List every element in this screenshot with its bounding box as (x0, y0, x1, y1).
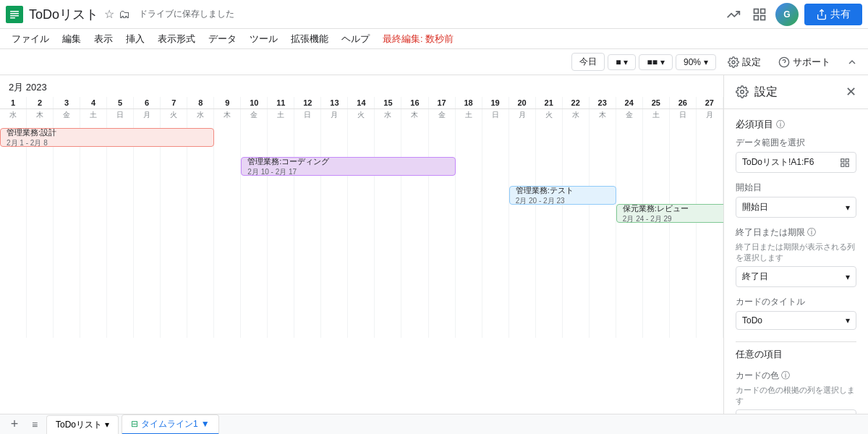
day-label-17: 金 (429, 109, 456, 121)
svg-rect-17 (846, 163, 848, 166)
settings-gear-icon (736, 85, 749, 98)
card-color-select[interactable]: ToDo ▾ (736, 409, 856, 414)
month-header: 2月 2023 (0, 75, 723, 97)
day-label-10: 金 (241, 109, 268, 121)
calendar-area[interactable]: 2月 2023 12345678910111213141516171819202… (0, 75, 723, 414)
bottom-bar: + ≡ ToDoリスト ▾ ⊟ タイムライン1 ▼ (0, 414, 868, 434)
end-date-info-icon[interactable]: ⓘ (807, 227, 816, 237)
sheet-tab-todo[interactable]: ToDoリスト ▾ (46, 415, 119, 434)
view-label: ■■ (647, 57, 658, 67)
gantt-col-17 (429, 121, 456, 338)
end-date-note: 終了日または期限が表示される列を選択します (736, 242, 856, 263)
day-label-8: 水 (187, 109, 214, 121)
grid-icon-btn[interactable] (749, 4, 770, 25)
end-date-value: 終了日 (742, 271, 768, 283)
view-arrow: ▾ (660, 57, 665, 67)
sheet-tab-timeline[interactable]: ⊟ タイムライン1 ▼ (122, 414, 219, 435)
gantt-bar-3[interactable]: 保元業務:レビュー 2月 24 - 2月 29 (616, 204, 723, 223)
menu-view[interactable]: 表示 (88, 30, 119, 48)
gantt-col-18 (456, 121, 482, 338)
card-color-info-icon[interactable]: ⓘ (781, 370, 790, 380)
trending-icon-btn[interactable] (723, 4, 744, 25)
end-date-select[interactable]: 終了日 ▾ (736, 266, 856, 287)
share-button[interactable]: 共有 (804, 4, 862, 25)
zoom-selector[interactable]: ■ ▾ (608, 54, 636, 70)
sheet2-label: タイムライン1 (141, 418, 198, 430)
settings-toolbar-label: 設定 (742, 56, 761, 69)
settings-toolbar-btn[interactable]: 設定 (722, 54, 767, 70)
folder-icon[interactable]: 🗂 (119, 8, 130, 21)
day-num-24: 24 (616, 97, 643, 109)
bar-sublabel-2: 2月 20 - 2月 23 (516, 196, 574, 205)
support-toolbar-label: サポート (793, 56, 830, 69)
collapse-btn[interactable] (842, 52, 862, 72)
svg-rect-16 (841, 163, 844, 166)
gantt-col-21 (536, 121, 563, 338)
day-label-24: 金 (616, 109, 643, 121)
day-label-13: 月 (321, 109, 348, 121)
required-info-icon[interactable]: ⓘ (776, 119, 785, 131)
day-num-5: 5 (107, 97, 134, 109)
section-divider (736, 341, 856, 342)
gantt-col-24 (616, 121, 643, 338)
star-icon[interactable]: ☆ (104, 7, 114, 21)
day-label-6: 月 (134, 109, 161, 121)
settings-title: 設定 (754, 85, 778, 100)
menu-insert[interactable]: 挿入 (120, 30, 150, 48)
today-button[interactable]: 今日 (571, 53, 605, 71)
day-label-2: 木 (27, 109, 54, 121)
zoom-percent-selector[interactable]: 90% ▾ (676, 54, 716, 70)
grid-select-icon (840, 158, 850, 168)
start-date-select[interactable]: 開始日 ▾ (736, 197, 856, 218)
gantt-col-27 (697, 121, 723, 338)
gantt-bar-0[interactable]: 管理業務:設計 2月 1 - 2月 8 (0, 128, 214, 147)
gantt-col-26 (670, 121, 697, 338)
account-avatar[interactable]: G (775, 3, 799, 26)
gantt-col-7 (161, 121, 187, 338)
card-title-select[interactable]: ToDo ▾ (736, 311, 856, 330)
day-label-22: 水 (563, 109, 590, 121)
menu-help[interactable]: ヘルプ (336, 30, 375, 48)
gantt-col-23 (590, 121, 616, 338)
svg-rect-0 (9, 9, 20, 20)
settings-close-btn[interactable]: ✕ (846, 84, 856, 100)
settings-header: 設定 ✕ (724, 75, 868, 109)
sheet1-arrow: ▾ (105, 420, 109, 430)
main-container: 2月 2023 12345678910111213141516171819202… (0, 75, 868, 414)
menu-tools[interactable]: ツール (244, 30, 284, 48)
card-title-arrow: ▾ (846, 315, 850, 326)
day-num-26: 26 (670, 97, 697, 109)
today-label: 今日 (579, 56, 597, 68)
menu-file[interactable]: ファイル (6, 30, 55, 48)
menu-format[interactable]: 表示形式 (152, 30, 201, 48)
file-title: ToDoリスト (29, 6, 98, 23)
list-view-btn[interactable]: ≡ (26, 416, 43, 433)
day-label-23: 木 (590, 109, 616, 121)
day-label-7: 火 (161, 109, 187, 121)
settings-content: 必須項目 ⓘ データ範囲を選択 ToDoリスト!A1:F6 開始日 開始日 ▾ (724, 109, 868, 414)
gantt-col-14 (348, 121, 375, 338)
menu-data[interactable]: データ (203, 30, 242, 48)
view-selector[interactable]: ■■ ▾ (639, 54, 673, 70)
data-range-input[interactable]: ToDoリスト!A1:F6 (736, 152, 856, 173)
day-num-6: 6 (134, 97, 161, 109)
gantt-col-3 (54, 121, 80, 338)
menu-extensions[interactable]: 拡張機能 (285, 30, 334, 48)
gantt-bar-1[interactable]: 管理業務:コーディング 2月 10 - 2月 17 (241, 157, 455, 176)
gantt-col-5 (107, 121, 134, 338)
menu-edit[interactable]: 編集 (56, 30, 87, 48)
top-actions: G 共有 (723, 3, 862, 26)
bar-label-0: 管理業務:設計 (7, 128, 56, 138)
svg-rect-2 (10, 13, 19, 14)
drive-saved-text: ドライブに保存しました (139, 8, 234, 20)
gantt-col-12 (294, 121, 321, 338)
day-num-10: 10 (241, 97, 268, 109)
gantt-col-1 (0, 121, 27, 338)
day-label-20: 月 (509, 109, 536, 121)
add-sheet-btn[interactable]: + (6, 416, 23, 433)
day-label-19: 日 (482, 109, 509, 121)
day-num-4: 4 (80, 97, 107, 109)
gantt-bar-2[interactable]: 管理業務:テスト 2月 20 - 2月 23 (509, 186, 616, 205)
day-num-3: 3 (54, 97, 80, 109)
support-toolbar-btn[interactable]: サポート (773, 54, 836, 70)
